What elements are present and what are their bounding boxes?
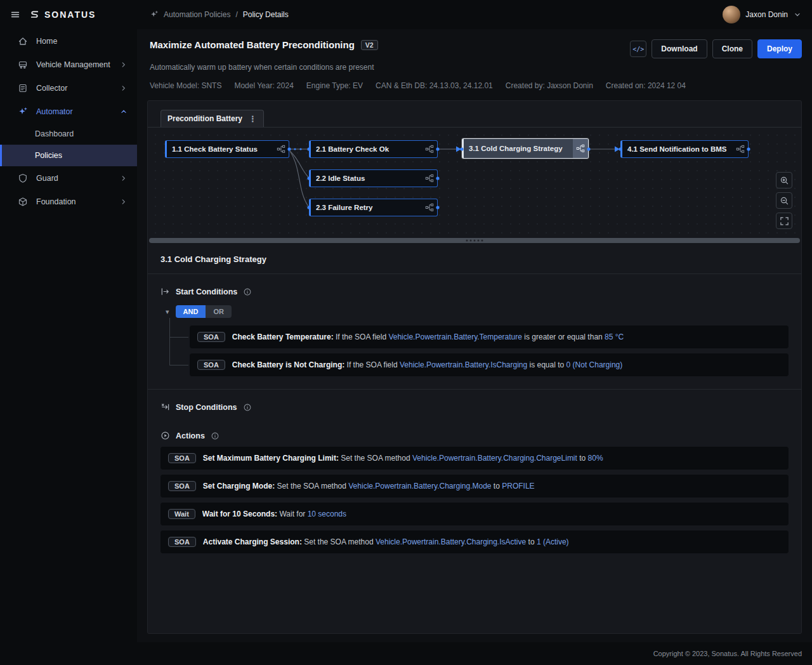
- zoom-out-button[interactable]: [776, 192, 792, 209]
- action-text: Wait for 10 Seconds: Wait for 10 seconds: [202, 510, 346, 518]
- actions-header: Actions: [148, 418, 801, 447]
- sidebar-item-label: Vehicle Management: [36, 60, 110, 69]
- fit-screen-button[interactable]: [776, 213, 792, 229]
- action-row[interactable]: SOA Set Maximum Battery Charging Limit: …: [160, 447, 789, 470]
- action-type-badge: Wait: [168, 509, 195, 519]
- chevron-right-icon: [119, 60, 128, 69]
- actions-icon: [160, 431, 170, 440]
- action-type-badge: SOA: [168, 453, 196, 463]
- tab-label: Precondition Battery: [167, 114, 242, 123]
- download-button[interactable]: Download: [652, 39, 707, 58]
- condition-row[interactable]: SOA Check Battery Temperature: If the SO…: [190, 326, 789, 348]
- signal-link[interactable]: Vehicle.Powertrain.Battery.Charging.Mode: [348, 482, 491, 491]
- chevron-right-icon: [119, 84, 128, 93]
- sidebar-item-automator[interactable]: Automator: [0, 100, 137, 123]
- node-label: 4.1 Send Notification to BMS: [622, 145, 733, 153]
- automator-sparkle-icon: [18, 107, 28, 117]
- action-row[interactable]: SOA Set Charging Mode: Set the SOA metho…: [160, 475, 789, 497]
- sidebar-item-home[interactable]: Home: [0, 29, 137, 53]
- sidebar: SONATUS Home Vehicle Management Collecto…: [0, 0, 137, 665]
- and-button[interactable]: AND: [176, 305, 206, 318]
- sidebar-item-foundation[interactable]: Foundation: [0, 190, 137, 213]
- collapse-caret-icon[interactable]: ▾: [166, 308, 169, 316]
- page-title: Maximize Automated Battery Preconditioni…: [150, 39, 355, 50]
- policy-subtitle: Automatically warm up battery when certa…: [150, 63, 802, 72]
- sonatus-logo[interactable]: SONATUS: [29, 10, 96, 20]
- signal-link[interactable]: Vehicle.Powertrain.Battery.Charging.Char…: [412, 454, 577, 463]
- kebab-menu-icon[interactable]: ⋮: [249, 115, 257, 123]
- tree-line: [169, 337, 188, 338]
- branch-icon: [733, 141, 748, 157]
- logic-operator-row: ▾ AND OR: [166, 305, 801, 318]
- flow-node-2-3[interactable]: 2.3 Failure Retry: [309, 199, 438, 216]
- flow-tabs: Precondition Battery ⋮: [148, 101, 801, 128]
- signal-link[interactable]: Vehicle.Powertrain.Battery.Temperature: [388, 332, 522, 341]
- chevron-down-icon: [793, 10, 802, 19]
- meta-vehicle-model: Vehicle Model: SNTS: [150, 81, 221, 90]
- version-badge: V2: [361, 40, 378, 50]
- signal-link[interactable]: Vehicle.Powertrain.Battery.Charging.IsAc…: [376, 537, 526, 546]
- action-type-badge: SOA: [168, 481, 196, 491]
- flow-node-1-1[interactable]: 1.1 Check Battery Status: [165, 140, 289, 158]
- action-text: Set Maximum Battery Charging Limit: Set …: [203, 454, 603, 463]
- start-conditions-header: Start Conditions: [148, 274, 801, 303]
- stop-conditions-header: Stop Conditions: [148, 390, 801, 418]
- or-button[interactable]: OR: [206, 305, 232, 318]
- user-name: Jaxon Donin: [745, 10, 788, 19]
- deploy-button[interactable]: Deploy: [757, 39, 802, 58]
- sparkle-icon: [150, 10, 159, 19]
- zoom-in-button[interactable]: [776, 172, 792, 188]
- stop-conditions-label: Stop Conditions: [176, 403, 237, 412]
- clone-button[interactable]: Clone: [712, 39, 752, 58]
- logo-text: SONATUS: [44, 10, 96, 20]
- copyright-text: Copyright © 2023, Sonatus. All Rights Re…: [653, 650, 802, 657]
- branch-icon: [422, 170, 437, 187]
- flow-node-3-1-selected[interactable]: 3.1 Cold Charging Strategy: [462, 138, 589, 159]
- sidebar-item-label: Policies: [35, 151, 62, 160]
- info-icon[interactable]: [243, 403, 252, 412]
- flow-node-2-2[interactable]: 2.2 Idle Status: [309, 169, 438, 187]
- flow-node-4-1[interactable]: 4.1 Send Notification to BMS: [620, 140, 749, 158]
- sonatus-logo-icon: [29, 10, 40, 20]
- condition-text: Check Battery is Not Charging: If the SO…: [232, 360, 622, 369]
- node-label: 3.1 Cold Charging Strategy: [464, 145, 573, 152]
- sidebar-item-label: Automator: [36, 107, 73, 116]
- horizontal-scrollbar[interactable]: [149, 238, 800, 243]
- node-label: 2.2 Idle Status: [311, 174, 422, 182]
- scrollbar-handle-dots: [466, 240, 483, 242]
- condition-type-badge: SOA: [197, 360, 225, 370]
- action-row[interactable]: SOA Activate Charging Session: Set the S…: [160, 530, 789, 553]
- action-type-badge: SOA: [168, 537, 196, 547]
- app-root: SONATUS Home Vehicle Management Collecto…: [0, 0, 812, 665]
- condition-row[interactable]: SOA Check Battery is Not Charging: If th…: [190, 353, 789, 376]
- and-or-toggle: AND OR: [176, 305, 232, 318]
- selected-node-heading: 3.1 Cold Charging Strategy: [148, 243, 801, 274]
- sidebar-item-vehicle-management[interactable]: Vehicle Management: [0, 53, 137, 76]
- cube-icon: [18, 197, 28, 207]
- policy-panel: Precondition Battery ⋮ 1.1 Check Battery…: [147, 100, 802, 634]
- sidebar-item-guard[interactable]: Guard: [0, 166, 137, 190]
- sidebar-item-label: Collector: [36, 84, 67, 93]
- meta-model-year: Model Year: 2024: [234, 81, 293, 90]
- node-label: 2.1 Battery Check Ok: [311, 145, 422, 153]
- tab-precondition-battery[interactable]: Precondition Battery ⋮: [160, 110, 264, 127]
- action-row[interactable]: Wait Wait for 10 Seconds: Wait for 10 se…: [160, 503, 789, 525]
- policy-header: Maximize Automated Battery Preconditioni…: [137, 29, 812, 100]
- sidebar-item-dashboard[interactable]: Dashboard: [0, 123, 137, 145]
- hamburger-menu-icon[interactable]: [10, 10, 20, 20]
- signal-link[interactable]: Vehicle.Powertrain.Battery.IsCharging: [400, 360, 527, 369]
- flow-canvas[interactable]: 1.1 Check Battery Status 2.1 Battery Che…: [148, 128, 801, 237]
- flow-node-2-1[interactable]: 2.1 Battery Check Ok: [309, 140, 438, 158]
- shield-icon: [18, 173, 28, 183]
- action-text: Set Charging Mode: Set the SOA method Ve…: [203, 482, 535, 491]
- user-menu[interactable]: Jaxon Donin: [723, 6, 802, 23]
- sidebar-item-policies[interactable]: Policies: [0, 145, 137, 166]
- chevron-up-icon: [119, 107, 128, 116]
- sidebar-item-collector[interactable]: Collector: [0, 76, 137, 100]
- home-icon: [18, 36, 28, 46]
- breadcrumb-section[interactable]: Automation Policies: [164, 10, 230, 19]
- condition-text: Check Battery Temperature: If the SOA fi…: [232, 332, 624, 341]
- code-view-button[interactable]: </>: [630, 41, 646, 57]
- info-icon[interactable]: [243, 287, 252, 296]
- info-icon[interactable]: [211, 431, 219, 440]
